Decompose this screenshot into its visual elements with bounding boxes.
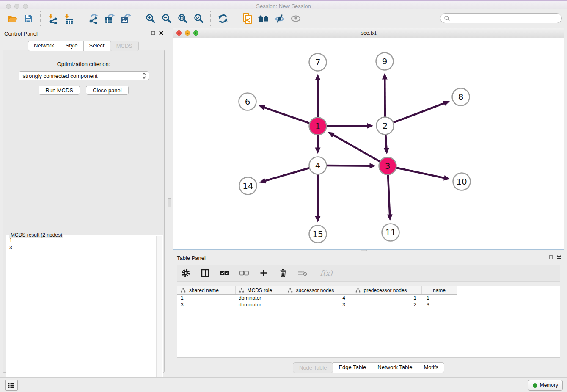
criterion-select[interactable]: strongly connected component [19,71,149,80]
table-cell[interactable]: 1 [352,295,421,302]
tab-network-table[interactable]: Network Table [372,362,418,373]
graph-edge[interactable] [396,168,445,178]
column-header-successor-nodes[interactable]: successor nodes [284,286,352,295]
import-table-icon[interactable] [61,11,77,27]
graph-edge[interactable] [393,103,445,122]
graph-edge-arrowhead [443,101,450,106]
zoom-in-icon[interactable] [142,11,158,27]
graph-edge-arrowhead [384,148,389,154]
search-box[interactable] [440,13,562,23]
control-panel: Control Panel Network Style Select MCDS … [0,28,167,374]
export-network-icon[interactable] [85,11,102,27]
float-panel-icon[interactable] [151,31,155,35]
graph-edge[interactable] [326,166,370,166]
search-input[interactable] [452,15,558,22]
run-mcds-button[interactable]: Run MCDS [39,86,80,95]
save-session-icon[interactable] [20,11,36,27]
table-panel-title: Table Panel [177,255,206,261]
memory-label: Memory [540,382,558,388]
float-panel-icon[interactable] [549,255,553,259]
column-header-mcds-role[interactable]: MCDS role [235,286,284,295]
home-icon[interactable] [256,11,272,27]
mcds-result-list[interactable]: 13 [6,236,157,392]
optimization-criterion-label: Optimization criterion: [3,61,164,67]
close-panel-icon[interactable] [159,31,163,35]
table-cell[interactable]: dominator [235,301,284,308]
table-settings-gear-icon[interactable] [181,268,191,279]
open-folder-icon[interactable] [4,11,20,27]
export-image-icon[interactable] [118,11,134,27]
network-canvas[interactable]: 1234678910111415 [173,38,564,249]
table-cell[interactable]: 2 [352,301,421,308]
table-cell[interactable]: dominator [235,295,284,302]
graph-edge[interactable] [385,78,385,117]
mcds-panel: Optimization criterion: strongly connect… [3,50,165,373]
graph-edge[interactable] [326,126,368,126]
tab-edge-table[interactable]: Edge Table [333,362,372,373]
zoom-selected-icon[interactable] [190,11,206,27]
tab-network[interactable]: Network [28,41,60,51]
graph-edge-arrowhead [387,214,393,221]
tab-node-table[interactable]: Node Table [293,362,333,373]
deselect-all-columns-icon[interactable] [239,268,249,279]
export-table-icon[interactable] [102,11,118,27]
control-panel-tabs: Network Style Select MCDS [0,41,167,51]
shared-column-icon [239,288,244,293]
select-all-columns-icon[interactable] [220,268,230,279]
show-columns-icon[interactable] [200,268,210,279]
graph-edge-arrowhead [259,105,265,110]
graph-node-label: 7 [315,57,321,67]
eye-icon [288,11,304,27]
node-table-body: 1dominator4113dominator323 [177,295,560,309]
tab-style[interactable]: Style [60,41,84,51]
table-cell[interactable]: 3 [421,301,457,308]
table-cell[interactable]: 3 [177,301,235,308]
zoom-out-icon[interactable] [158,11,174,27]
column-header-name[interactable]: name [421,286,457,295]
graphics-details-icon[interactable] [272,11,288,27]
column-header-shared-name[interactable]: shared name [177,286,235,295]
graph-edge[interactable] [264,107,309,123]
close-panel-button[interactable]: Close panel [86,86,129,95]
graph-edge[interactable] [264,168,309,181]
tab-mcds[interactable]: MCDS [110,41,139,51]
tab-motifs[interactable]: Motifs [418,362,444,373]
close-panel-icon[interactable] [557,255,561,259]
vertical-splitter-handle[interactable] [168,198,171,207]
table-cell[interactable]: 4 [284,295,352,302]
memory-button[interactable]: Memory [528,380,563,391]
table-cell[interactable]: 1 [421,295,457,302]
table-row[interactable]: 1dominator411 [177,295,560,302]
task-history-button[interactable] [5,380,18,391]
network-from-selection-icon[interactable] [239,11,256,27]
table-row[interactable]: 3dominator323 [177,301,560,308]
toolbar-separator [235,11,236,26]
graph-edge-arrowhead [369,163,376,168]
header-filler [457,286,560,295]
table-tabs: Node Table Edge Table Network Table Moti… [173,362,564,373]
window-titlebar: Session: New Session [0,0,567,9]
toolbar-separator [210,11,211,26]
apply-layout-icon[interactable] [215,11,231,27]
tab-select[interactable]: Select [83,41,110,51]
zoom-fit-icon[interactable] [174,11,190,27]
network-window-title: scc.txt [173,30,564,36]
delete-column-trash-icon[interactable] [278,268,288,279]
graph-edge-arrowhead [259,178,266,183]
graph-edge-arrowhead [315,148,321,154]
graph-edge[interactable] [333,135,380,162]
graph-edge[interactable] [388,174,390,215]
create-column-plus-icon[interactable] [259,268,269,279]
result-scrollbar[interactable] [156,236,162,392]
column-header-predecessor-nodes[interactable]: predecessor nodes [352,286,421,295]
control-panel-title: Control Panel [4,30,38,37]
shared-column-icon [288,288,293,293]
graph-node-label: 14 [242,181,253,191]
graph-node-label: 10 [456,177,467,187]
network-window-titlebar[interactable]: × − + scc.txt [173,28,564,38]
graph-edge[interactable] [385,134,386,149]
import-network-icon[interactable] [45,11,61,27]
table-toolbar: f(x) [177,265,560,282]
table-cell[interactable]: 3 [284,301,352,308]
table-cell[interactable]: 1 [177,295,235,302]
